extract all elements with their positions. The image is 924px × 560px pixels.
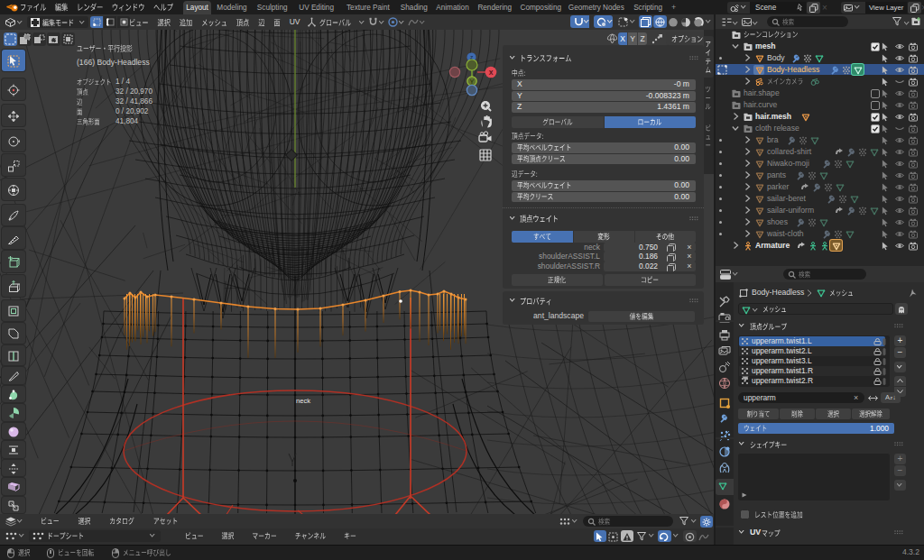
svg-text:X: X: [489, 69, 494, 76]
svg-text:Y: Y: [470, 78, 475, 85]
svg-text:neck: neck: [296, 397, 310, 405]
